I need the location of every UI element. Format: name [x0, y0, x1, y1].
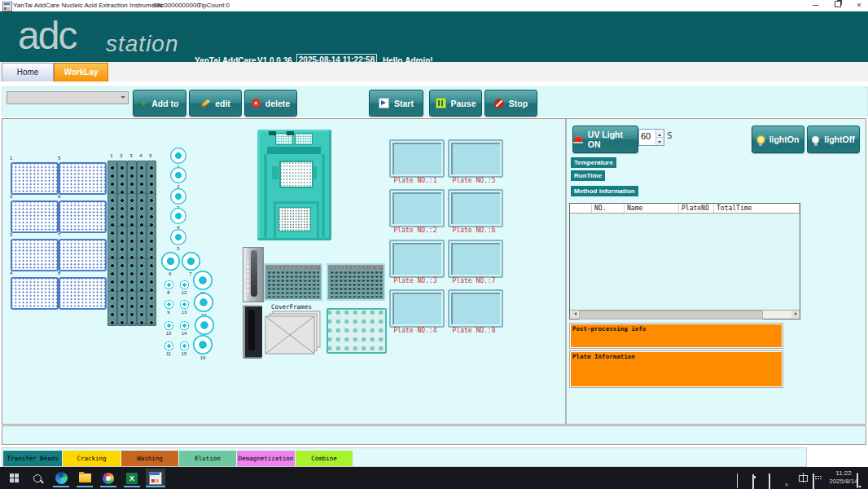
logo-station: station — [106, 31, 179, 57]
windows-taskbar: X × 11:22 2025/8/14 — [0, 467, 868, 489]
sample-plate-5[interactable] — [59, 162, 107, 195]
plate-wells — [267, 271, 319, 297]
reagent-well-18[interactable] — [195, 315, 214, 335]
action-center-icon[interactable] — [857, 474, 858, 489]
tip-strip-5[interactable] — [147, 161, 156, 326]
plate-slot-7[interactable] — [448, 240, 503, 278]
plate-slot-3[interactable] — [389, 240, 445, 278]
taskbar-explorer-button[interactable] — [75, 469, 94, 487]
reagent-well-number: 13 — [176, 310, 192, 315]
plate-slot-1[interactable] — [389, 139, 445, 178]
plate-slot-label: Plate NO.:6 — [445, 227, 503, 234]
taskbar-search-button[interactable] — [28, 469, 47, 487]
reagent-well-14[interactable] — [180, 321, 189, 330]
window-titlebar: YanTai AddCare Nucleic Acid Extraction I… — [0, 0, 868, 12]
reagent-well-5[interactable] — [170, 229, 186, 245]
volume-muted-icon[interactable]: × — [784, 475, 788, 489]
reagent-well-17[interactable] — [194, 293, 213, 312]
spinner-down-icon[interactable] — [656, 138, 664, 145]
sample-plate-1[interactable] — [11, 162, 59, 195]
reagent-well-3[interactable] — [170, 188, 186, 205]
stop-button[interactable]: Stop — [484, 90, 537, 117]
reagent-well-11[interactable] — [164, 341, 173, 350]
method-table-scrollbar[interactable] — [570, 310, 800, 319]
plate-slot-5[interactable] — [448, 139, 503, 178]
ime-zh-icon[interactable] — [798, 473, 808, 482]
plate-slot-8[interactable] — [448, 289, 503, 328]
deep-well-plate-1[interactable]: 1 2 3 4 5 6 7 8 9 10 11 12 — [264, 263, 322, 301]
reagent-well-16[interactable] — [193, 271, 213, 290]
plate-slot-4[interactable] — [389, 289, 445, 328]
plate-slot-2[interactable] — [389, 189, 445, 227]
spinner-up-icon[interactable] — [656, 130, 664, 138]
scrollbar-thumb[interactable] — [579, 311, 763, 319]
elution-plate-graphic[interactable] — [327, 308, 387, 354]
touch-keyboard-icon[interactable] — [813, 474, 814, 489]
serial-number: SN:0000000000 — [153, 2, 200, 9]
reagent-well-12[interactable] — [180, 280, 189, 289]
delete-button[interactable]: × delete — [244, 90, 297, 117]
reagent-well-15[interactable] — [180, 341, 189, 350]
taskbar-paint-button[interactable] — [99, 469, 118, 487]
running-indicator — [77, 486, 93, 487]
instrument-rail — [264, 154, 267, 237]
reagent-well-9[interactable] — [164, 300, 173, 309]
reagent-well-8[interactable] — [164, 280, 173, 289]
bulb-off-icon — [812, 136, 819, 143]
light-off-button[interactable]: lightOff — [807, 126, 860, 153]
tab-home[interactable]: Home — [2, 63, 54, 82]
start-icon — [379, 98, 389, 108]
sample-plate-7[interactable] — [59, 239, 107, 271]
battery-icon[interactable] — [752, 475, 754, 489]
start-menu-button[interactable] — [4, 469, 24, 487]
tray-chevron-up-icon[interactable] — [737, 474, 738, 489]
pause-label: Pause — [451, 99, 476, 108]
tip-count: TipCount:0 — [198, 2, 230, 9]
reagent-well-1[interactable] — [170, 148, 186, 164]
reagent-well-number: 8 — [160, 290, 177, 295]
tip-strip-3[interactable] — [127, 161, 137, 326]
sample-plate-2[interactable] — [11, 200, 59, 233]
scroll-left-icon[interactable] — [570, 311, 578, 318]
edit-button[interactable]: edit — [189, 90, 242, 117]
method-select[interactable] — [7, 91, 129, 104]
minimize-button[interactable] — [806, 0, 824, 11]
deep-well-plate-2[interactable]: 1 2 3 4 5 6 7 8 9 10 11 12 — [327, 263, 385, 301]
reagent-well-10[interactable] — [164, 321, 173, 330]
instrument-plate-lower — [278, 207, 311, 231]
control-panel: UV Light ON 60 S lightOn lightOff Temper… — [567, 119, 866, 424]
reagent-well-2[interactable] — [170, 167, 186, 183]
reagent-well-13[interactable] — [180, 300, 189, 309]
taskbar-excel-button[interactable]: X — [122, 469, 142, 487]
restore-button[interactable] — [829, 0, 847, 11]
add-to-button[interactable]: + Add to — [133, 90, 186, 117]
pause-button[interactable]: Pause — [429, 90, 482, 117]
light-on-button[interactable]: lightOn — [752, 126, 804, 153]
tip-strip-2[interactable] — [117, 161, 127, 326]
reagent-well-4[interactable] — [170, 208, 186, 224]
legend-washing: Washing — [121, 451, 178, 466]
sample-plate-4[interactable] — [11, 277, 59, 310]
method-table[interactable]: NO.NamePlateNOTotalTime — [569, 203, 800, 319]
uv-light-button[interactable]: UV Light ON — [572, 126, 638, 153]
sample-plate-8[interactable] — [59, 277, 107, 310]
tab-worklay[interactable]: WorkLay — [54, 63, 108, 82]
scroll-right-icon[interactable] — [791, 311, 800, 318]
close-button[interactable]: × — [850, 0, 868, 11]
uv-seconds-spinner[interactable]: 60 — [638, 129, 664, 146]
plate-slot-6[interactable] — [448, 189, 503, 227]
magnet-bar-graphic — [243, 305, 262, 359]
sample-plate-3[interactable] — [11, 239, 59, 271]
sample-plate-6[interactable] — [59, 200, 107, 233]
start-button[interactable]: Start — [369, 90, 423, 117]
reagent-well-6[interactable] — [161, 252, 180, 271]
reagent-well-number: 14 — [176, 331, 192, 336]
reagent-well-19[interactable] — [193, 335, 213, 355]
network-icon[interactable] — [769, 474, 770, 489]
taskbar-adc-app-button[interactable] — [146, 469, 165, 487]
tip-strip-1[interactable] — [107, 161, 117, 326]
reagent-well-7[interactable] — [182, 252, 200, 271]
taskbar-edge-button[interactable] — [51, 469, 71, 487]
tip-strip-4[interactable] — [137, 161, 147, 326]
reagent-well-number: 11 — [160, 351, 177, 356]
